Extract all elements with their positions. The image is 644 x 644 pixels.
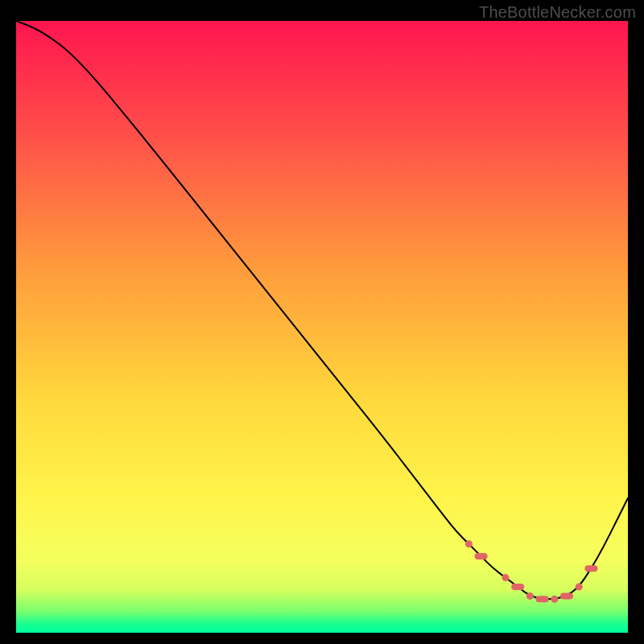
- marker-dash: [475, 553, 488, 559]
- chart-svg: [16, 21, 628, 633]
- marker-dash: [584, 565, 597, 572]
- marker-dot: [526, 592, 534, 600]
- plot-area: [16, 21, 628, 633]
- gradient-background: [16, 21, 628, 633]
- watermark-text: TheBottleNecker.com: [479, 3, 636, 22]
- marker-dot: [502, 574, 510, 581]
- marker-dot: [576, 584, 583, 591]
- marker-dot: [551, 596, 558, 603]
- marker-dash: [560, 592, 573, 599]
- marker-dash: [536, 596, 549, 602]
- marker-dash: [511, 584, 524, 590]
- marker-dot: [465, 540, 473, 547]
- chart-container: TheBottleNecker.com: [0, 0, 644, 644]
